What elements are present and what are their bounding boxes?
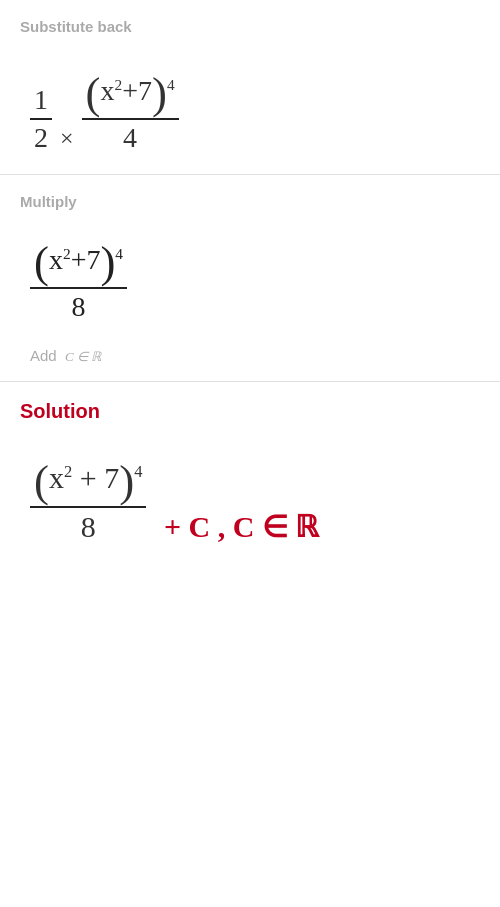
- solution-math: (x2 + 7)4 8 + C , C ∈ ℝ: [0, 443, 500, 574]
- multiply-section: Multiply: [0, 175, 500, 230]
- substitute-back-label: Substitute back: [20, 18, 480, 35]
- power-4-top: 4: [167, 76, 175, 93]
- solution-section: Solution: [0, 382, 500, 443]
- numerator-1: 1: [30, 84, 52, 120]
- add-c-section: Add C ∈ ℝ: [0, 343, 500, 381]
- solution-fraction: (x2 + 7)4 8: [30, 459, 146, 544]
- result-x-squared: 2: [63, 244, 71, 261]
- multiply-math: (x2+7)4 8: [0, 230, 500, 343]
- result-power-4: 4: [115, 244, 123, 261]
- fraction-one-half: 1 2: [30, 84, 52, 154]
- result-denominator-8: 8: [68, 289, 90, 323]
- add-c-value: C ∈ ℝ: [65, 349, 101, 364]
- right-paren: ): [152, 68, 167, 118]
- substitute-back-section: Substitute back: [0, 0, 500, 55]
- add-label: Add: [30, 347, 57, 364]
- sol-right-paren: ): [119, 456, 134, 506]
- substitute-back-math: 1 2 × (x2+7)4 4: [0, 55, 500, 174]
- multiply-symbol: ×: [60, 125, 74, 152]
- numerator-expr: (x2+7)4: [82, 71, 179, 120]
- sol-power-4: 4: [134, 462, 142, 481]
- solution-label: Solution: [20, 400, 480, 423]
- x-squared-exp: 2: [114, 76, 122, 93]
- denominator-2: 2: [30, 120, 52, 154]
- solution-denominator: 8: [77, 508, 100, 544]
- left-paren: (: [86, 68, 101, 118]
- result-right-paren: ): [100, 237, 115, 287]
- result-left-paren: (: [34, 237, 49, 287]
- solution-numerator: (x2 + 7)4: [30, 459, 146, 508]
- sol-left-paren: (: [34, 456, 49, 506]
- multiply-label: Multiply: [20, 193, 480, 210]
- sol-x-squared: 2: [64, 462, 72, 481]
- solution-plus-c: + C , C ∈ ℝ: [156, 509, 319, 544]
- fraction-expr-over-4: (x2+7)4 4: [82, 71, 179, 154]
- denominator-4: 4: [119, 120, 141, 154]
- fraction-result: (x2+7)4 8: [30, 240, 127, 323]
- result-numerator: (x2+7)4: [30, 240, 127, 289]
